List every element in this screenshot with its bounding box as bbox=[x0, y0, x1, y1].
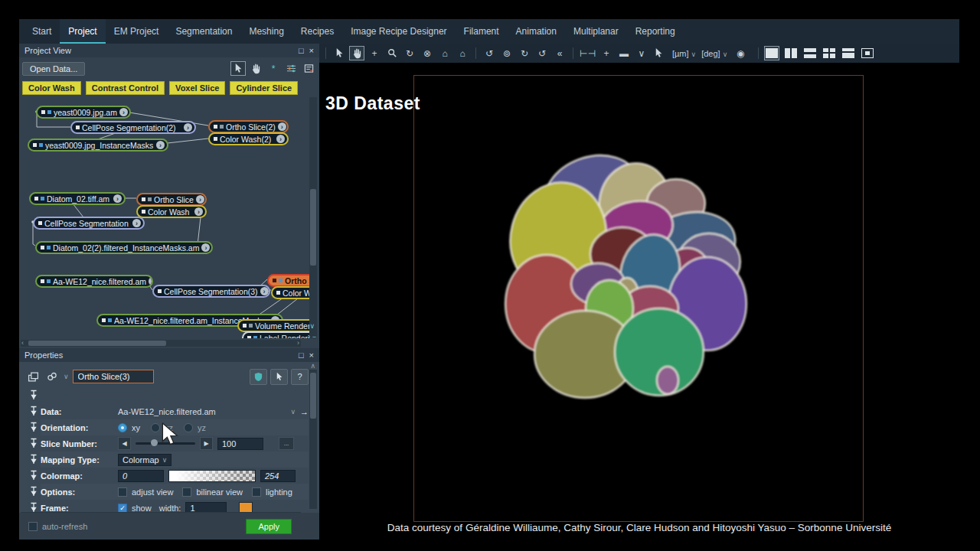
node-aa-we12-nice-filtered-am[interactable]: Aa-WE12_nice.filtered.am› bbox=[35, 275, 153, 288]
node-yeast0009-jpg-am[interactable]: yeast0009.jpg.am› bbox=[36, 106, 131, 119]
node-volume-rendering[interactable]: Volume Rendering bbox=[237, 319, 309, 332]
viewport-3d-view[interactable]: 3D Dataset Data courtesy of Géraldine Wi… bbox=[319, 63, 959, 540]
menu-multiplanar[interactable]: Multiplanar bbox=[565, 19, 627, 44]
chevron-down-icon[interactable]: ∨ bbox=[309, 322, 315, 330]
data-select[interactable]: Aa-WE12_nice.filtered.am ∨ bbox=[118, 407, 296, 416]
node-cellpose-segmentation-3-[interactable]: CellPose Segmentation(3)› bbox=[152, 285, 270, 298]
translate-icon[interactable]: + bbox=[367, 46, 382, 60]
scroll-left-icon[interactable]: ‹ bbox=[21, 339, 24, 347]
layout-quad-icon[interactable] bbox=[822, 46, 837, 60]
zoom-icon[interactable] bbox=[384, 46, 400, 60]
node-label-rendering[interactable]: Label Rendering bbox=[242, 331, 309, 338]
close-icon[interactable]: × bbox=[309, 350, 314, 360]
pan-hand-icon[interactable] bbox=[248, 61, 263, 76]
layers-icon[interactable] bbox=[25, 370, 41, 384]
node-menu-icon[interactable]: › bbox=[196, 195, 204, 204]
node-color-wash-3-[interactable]: Color Wa bbox=[271, 286, 309, 299]
menu-start[interactable]: Start bbox=[24, 19, 60, 44]
node-cellpose-segmentation-2-[interactable]: CellPose Segmentation(2)› bbox=[70, 121, 196, 134]
ruler-icon[interactable]: ▬ bbox=[616, 46, 632, 60]
project-view-hscrollbar[interactable] bbox=[21, 340, 301, 347]
menu-animation[interactable]: Animation bbox=[508, 19, 565, 44]
pin-icon[interactable] bbox=[28, 406, 39, 416]
probe-icon[interactable]: + bbox=[599, 46, 614, 60]
pin-icon[interactable] bbox=[28, 470, 39, 481]
node-menu-icon[interactable]: › bbox=[278, 122, 286, 131]
node-graph-canvas[interactable]: yeast0009.jpg.am›CellPose Segmentation(2… bbox=[19, 97, 309, 338]
home-icon[interactable]: ⌂ bbox=[437, 46, 452, 60]
properties-vscrollbar[interactable] bbox=[309, 370, 317, 509]
apply-button[interactable]: Apply bbox=[246, 519, 292, 534]
bilinear-view-checkbox[interactable] bbox=[182, 487, 191, 497]
slice-number-input[interactable]: 100 bbox=[217, 438, 263, 450]
ruler-dropdown-icon[interactable]: ∨ bbox=[634, 46, 649, 60]
macro-button-cylinder-slice[interactable]: Cylinder Slice bbox=[230, 81, 298, 95]
project-view-vscrollbar[interactable] bbox=[309, 97, 317, 338]
pan-hand-icon[interactable] bbox=[349, 46, 364, 60]
node-menu-icon[interactable]: › bbox=[194, 207, 203, 216]
link-chain-icon[interactable] bbox=[44, 370, 60, 384]
adjust-view-checkbox[interactable] bbox=[118, 487, 127, 497]
expand-corner-icon[interactable]: › − bbox=[308, 333, 316, 341]
node-color-wash[interactable]: Color Wash› bbox=[136, 205, 207, 218]
macro-button-contrast-control[interactable]: Contrast Control bbox=[86, 81, 165, 95]
node-menu-icon[interactable]: › bbox=[132, 219, 141, 227]
menu-em-project[interactable]: EM Project bbox=[106, 19, 168, 44]
frame-show-checkbox[interactable]: ✓ bbox=[118, 504, 127, 513]
node-diatom-02-tiff-am[interactable]: Diatom_02.tiff.am› bbox=[29, 192, 126, 205]
menu-segmentation[interactable]: Segmentation bbox=[167, 19, 240, 44]
node-ortho-slice[interactable]: Ortho Slice› bbox=[136, 193, 207, 206]
lighting-checkbox[interactable] bbox=[252, 487, 261, 497]
menu-image-recipe-designer[interactable]: Image Recipe Designer bbox=[342, 19, 455, 44]
chevron-down-icon[interactable]: ∨ bbox=[64, 373, 69, 380]
maximize-icon[interactable]: □ bbox=[299, 46, 304, 55]
highlight-icon[interactable]: * bbox=[266, 61, 281, 76]
colormap-gradient-bar[interactable] bbox=[168, 470, 256, 482]
menu-meshing[interactable]: Meshing bbox=[240, 19, 292, 44]
node-color-wash-2-[interactable]: Color Wash(2)› bbox=[208, 132, 289, 145]
open-data-button[interactable]: Open Data... bbox=[22, 62, 85, 76]
radio-xy[interactable] bbox=[118, 423, 127, 432]
layout-rows-icon[interactable] bbox=[802, 46, 818, 60]
menu-project[interactable]: Project bbox=[60, 19, 105, 44]
layout-top-icon[interactable] bbox=[841, 46, 856, 60]
radio-yz[interactable] bbox=[184, 423, 193, 432]
annotate-cursor-icon[interactable] bbox=[652, 46, 667, 60]
unit-length-dropdown[interactable]: [µm] ∨ bbox=[672, 49, 696, 58]
pin-icon[interactable] bbox=[28, 454, 39, 465]
menu-filament[interactable]: Filament bbox=[456, 19, 508, 44]
menu-reporting[interactable]: Reporting bbox=[627, 19, 684, 44]
radio-xz[interactable] bbox=[151, 423, 160, 432]
scroll-up-icon[interactable]: ∧ bbox=[310, 362, 315, 370]
orbit-z-icon[interactable]: ↺ bbox=[534, 46, 550, 60]
orbit-y-icon[interactable]: ↻ bbox=[517, 46, 532, 60]
filter-sliders-icon[interactable] bbox=[283, 61, 299, 76]
connect-arrow-icon[interactable]: → bbox=[300, 407, 309, 416]
layout-custom-icon[interactable] bbox=[860, 46, 875, 60]
node-menu-icon[interactable]: › bbox=[201, 243, 210, 252]
unit-angle-dropdown[interactable]: [deg] ∨ bbox=[701, 49, 727, 58]
close-icon[interactable]: × bbox=[309, 46, 314, 55]
node-cellpose-segmentation[interactable]: CellPose Segmentation› bbox=[33, 217, 145, 230]
node-ortho-slice-3-[interactable]: Ortho S bbox=[267, 274, 309, 287]
snapshot-camera-icon[interactable]: ◉ bbox=[733, 46, 748, 60]
macro-button-voxel-slice[interactable]: Voxel Slice bbox=[169, 81, 225, 95]
node-yeast0009-jpg-instancemasks[interactable]: yeast0009.jpg_InstanceMasks› bbox=[28, 139, 168, 152]
maximize-icon[interactable]: □ bbox=[299, 350, 304, 360]
slice-options-button[interactable]: ... bbox=[279, 437, 294, 450]
node-ortho-slice-2-[interactable]: Ortho Slice(2)› bbox=[208, 120, 289, 133]
help-button[interactable]: ? bbox=[291, 369, 309, 385]
macro-button-color-wash[interactable]: Color Wash bbox=[22, 81, 81, 95]
node-menu-icon[interactable]: › bbox=[113, 194, 122, 203]
auto-rotate-icon[interactable]: ↺ bbox=[482, 46, 497, 60]
node-editor-icon[interactable] bbox=[301, 61, 316, 76]
mapping-type-select[interactable]: Colormap∨ bbox=[118, 454, 172, 466]
pin-icon[interactable] bbox=[28, 422, 39, 432]
slice-decrement-button[interactable]: ◀ bbox=[118, 437, 131, 450]
node-menu-icon[interactable]: › bbox=[260, 287, 269, 295]
node-menu-icon[interactable]: › bbox=[276, 135, 285, 143]
pin-icon[interactable] bbox=[28, 438, 39, 448]
colormap-min-input[interactable]: 0 bbox=[118, 470, 164, 482]
module-name-field[interactable] bbox=[73, 370, 154, 383]
menu-recipes[interactable]: Recipes bbox=[292, 19, 342, 44]
